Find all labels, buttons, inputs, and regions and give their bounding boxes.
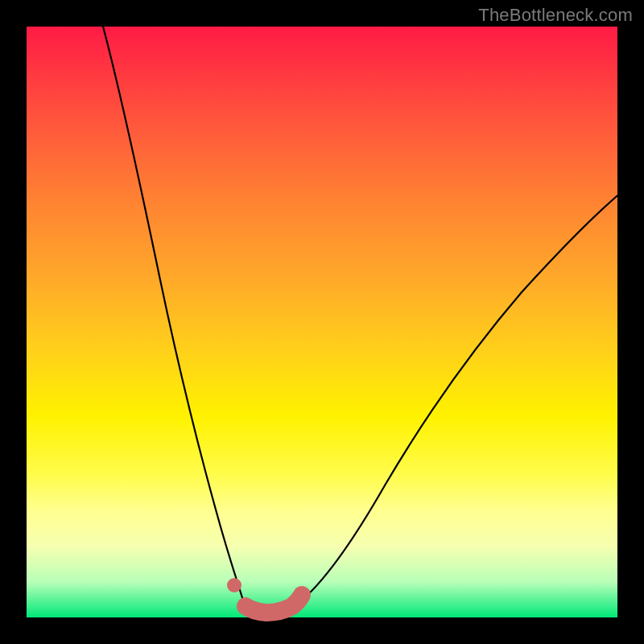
bottleneck-curve-plot — [27, 27, 617, 617]
optimal-range-marker — [246, 595, 302, 613]
optimal-dot — [227, 578, 242, 592]
curve-right-branch — [299, 196, 617, 603]
watermark-text: TheBottleneck.com — [478, 5, 633, 26]
highlight-group — [227, 578, 302, 613]
curve-left-branch — [103, 27, 244, 603]
curve-group — [103, 27, 617, 613]
chart-area — [27, 27, 617, 617]
